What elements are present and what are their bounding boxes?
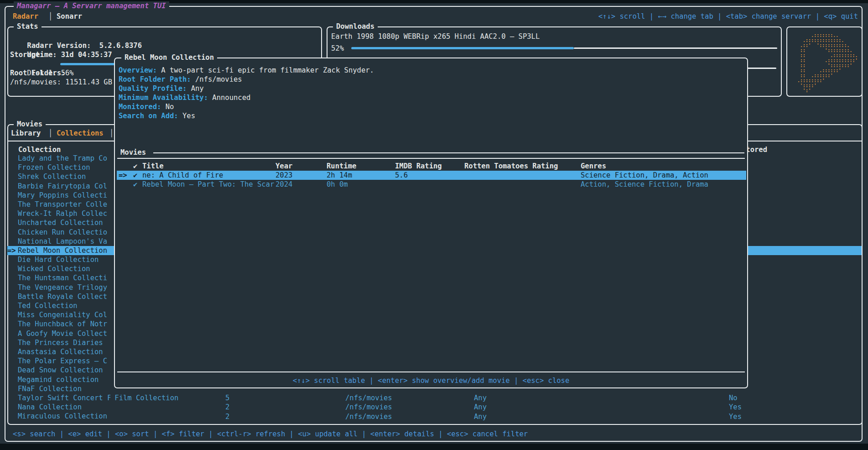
column-header-collection[interactable]: Collection (18, 145, 61, 154)
modal-table-title: Movies (120, 148, 146, 157)
modal-footer-rule (117, 372, 745, 372)
table-cell-root-folder: /nfs/movies (345, 393, 392, 403)
tab-separator: │ (48, 12, 52, 21)
collection-list-item[interactable]: Ted Collection (7, 301, 110, 310)
header-check[interactable]: ✔ (133, 162, 137, 171)
table-cell-quality: Any (474, 393, 487, 403)
bottom-keybind-hints: <s> search | <e> edit | <o> sort | <f> f… (13, 429, 528, 439)
row-runtime: 2h 14m (327, 171, 352, 180)
table-cell-movie-count: 5 (225, 393, 229, 403)
row-title: ne: A Child of Fire (142, 171, 223, 180)
row-selection-marker: => (119, 171, 127, 180)
collection-list-item[interactable]: Mary Poppins Collecti (7, 191, 110, 200)
modal-table-row-selected[interactable]: => ✔ ne: A Child of Fire 2023 2h 14m 5.6… (117, 171, 746, 180)
collection-list-item[interactable]: Miss Congeniality Col (7, 310, 110, 319)
row-year: 2024 (275, 180, 292, 189)
storage-label: Storage: (10, 50, 44, 59)
collection-list-item[interactable]: Wreck-It Ralph Collec (7, 209, 110, 218)
collection-list-item[interactable]: The Transporter Colle (7, 200, 110, 209)
search-on-add-value: Yes (182, 112, 195, 120)
table-cell-movie-count: 2 (225, 403, 229, 412)
managarr-logo: .:::::::.. .:::::::::::::. .::' ':::::::… (792, 33, 858, 93)
collection-list-item[interactable]: The Hunchback of Notr (7, 319, 110, 329)
global-keybind-hints: <↑↓> scroll | ←→ change tab | <tab> chan… (598, 12, 858, 21)
collection-list-item[interactable]: Taylor Swift Concert Film Collection (7, 393, 110, 403)
table-cell-monitored: No (729, 393, 738, 403)
table-cell-root-folder: /nfs/movies (345, 412, 392, 421)
tab-radarr[interactable]: Radarr (13, 12, 38, 21)
row-runtime: 0h 0m (327, 180, 348, 189)
root-folder-size: /nfs/movies: 11511.43 GB (10, 78, 112, 87)
collection-list-item[interactable]: A Goofy Movie Collect (7, 329, 110, 338)
row-check-icon: ✔ (133, 171, 137, 180)
minimum-availability-label: Minimum Availability: (119, 94, 208, 102)
header-runtime[interactable]: Runtime (327, 162, 356, 171)
collection-list-item[interactable]: Uncharted Collection (7, 218, 110, 227)
background-strip-bottom (0, 444, 868, 450)
tab-library[interactable]: Library (11, 129, 41, 138)
row-genres: Science Fiction, Drama, Action (581, 171, 708, 180)
collection-list-item[interactable]: The Huntsman Collecti (7, 273, 110, 283)
table-cell-quality: Any (474, 412, 487, 421)
header-year[interactable]: Year (275, 162, 292, 171)
modal-title: Rebel Moon Collection (121, 53, 217, 62)
row-title: Rebel Moon – Part Two: The Scar (142, 180, 274, 189)
table-cell-quality: Any (474, 403, 487, 412)
collection-list-item[interactable]: Battle Royale Collect (7, 292, 110, 301)
movies-panel-title: Movies (14, 120, 46, 129)
table-cell-movie-count: 2 (225, 412, 229, 421)
row-genres: Action, Science Fiction, Drama (581, 180, 708, 189)
collection-list-item[interactable]: Megamind collection (7, 375, 110, 384)
table-cell-monitored: Yes (729, 412, 742, 421)
download-progress-filled (351, 47, 574, 49)
collection-list-item[interactable]: Nana Collection (7, 403, 110, 412)
modal-keybind-hints: <↑↓> scroll table | <enter> show overvie… (115, 376, 747, 385)
minimum-availability-value: Announced (212, 94, 250, 102)
collection-list-item[interactable]: Die Hard Collection (7, 255, 110, 264)
collection-list-item[interactable]: Miraculous Collection (7, 412, 110, 421)
download-item-name: Earth 1998 1080p WEBRip x265 Hindi AAC2.… (331, 32, 540, 41)
selection-marker: => (7, 246, 16, 255)
collection-list-item-selected[interactable]: =>Rebel Moon Collection (7, 246, 110, 255)
quality-profile-label: Quality Profile: (119, 84, 187, 93)
tab-collections[interactable]: Collections (57, 129, 104, 138)
collection-list-item[interactable]: Frozen Collection (7, 163, 110, 172)
monitored-value: No (166, 103, 174, 111)
table-cell-root-folder: /nfs/movies (345, 403, 392, 412)
root-folder-path-value: /nfs/movies (195, 75, 242, 84)
movies-tab-separator-1: │ (48, 129, 52, 138)
monitored-label: Monitored: (119, 103, 161, 111)
collection-list-item[interactable]: Barbie Fairytopia Col (7, 182, 110, 191)
table-row-overflow: Film Collection (110, 393, 202, 403)
collection-list-item[interactable]: The Polar Express – C (7, 356, 110, 366)
collection-list-item[interactable]: Anastasia Collection (7, 347, 110, 356)
collection-list-item[interactable]: National Lampoon's Va (7, 237, 110, 246)
overview-value: A two-part sci-fi epic from filmmaker Za… (161, 66, 374, 74)
header-title[interactable]: Title (142, 162, 164, 171)
tab-sonarr[interactable]: Sonarr (57, 12, 82, 21)
managarr-terminal: Managarr – A Servarr management TUI Rada… (0, 0, 868, 450)
header-imdb-rating[interactable]: IMDB Rating (395, 162, 442, 171)
collection-list-item[interactable]: Chicken Run Collectio (7, 228, 110, 237)
collection-list-item[interactable]: The Vengeance Trilogy (7, 283, 110, 292)
modal-table-title-rule (153, 152, 744, 153)
collection-list-item[interactable]: Lady and the Tramp Co (7, 154, 110, 163)
modal-table-header-rule (117, 158, 745, 159)
download-progress-empty (574, 47, 777, 49)
modal-table-header-row: ✔ Title Year Runtime IMDB Rating Rotten … (115, 162, 747, 171)
modal-table-row[interactable]: ✔ Rebel Moon – Part Two: The Scar 2024 0… (115, 180, 747, 189)
collection-list-item[interactable]: The Princess Diaries (7, 338, 110, 347)
header-rotten-tomatoes[interactable]: Rotten Tomatoes Rating (464, 162, 558, 171)
root-folders-label: Root Folders: (10, 68, 65, 78)
collection-list-item[interactable]: Shrek Collection (7, 172, 110, 181)
collection-list-item[interactable]: FNaF Collection (7, 384, 110, 393)
root-folder-path-label: Root Folder Path: (119, 75, 191, 84)
row-year: 2023 (275, 171, 292, 180)
collection-list-item[interactable]: Wicked Collection (7, 264, 110, 273)
collection-list-item[interactable]: Dead Snow Collection (7, 366, 110, 375)
header-genres[interactable]: Genres (581, 162, 606, 171)
movies-tab-separator-2: │ (109, 129, 114, 138)
row-check-icon: ✔ (133, 180, 137, 189)
downloads-panel-title: Downloads (333, 22, 378, 31)
row-imdb: 5.6 (395, 171, 408, 180)
